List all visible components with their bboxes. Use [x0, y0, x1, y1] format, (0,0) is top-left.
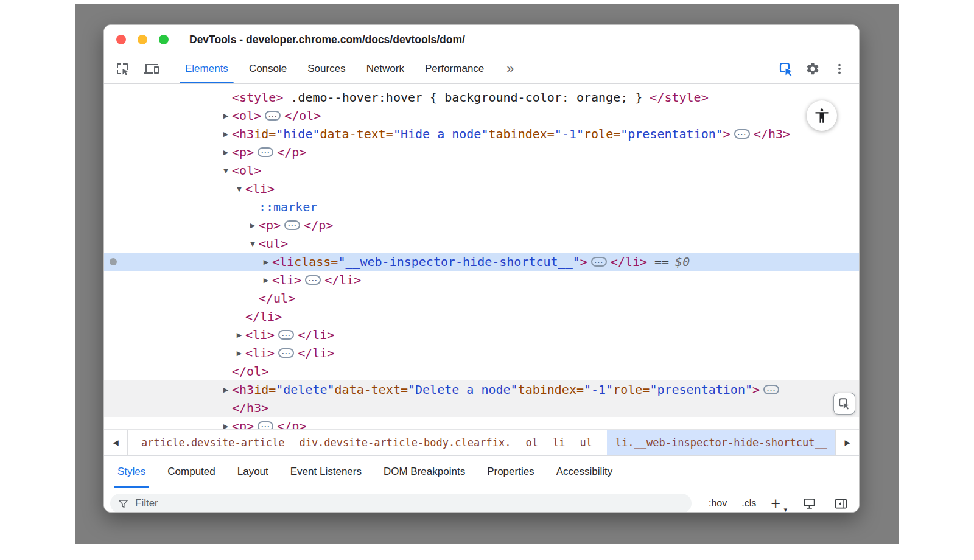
dom-tree-row[interactable]: </ul> — [104, 289, 859, 307]
expand-arrow-icon[interactable]: ▶ — [247, 222, 259, 229]
expand-arrow-icon[interactable]: ▶ — [220, 422, 232, 430]
minimize-window-button[interactable] — [138, 35, 147, 44]
expand-inline-icon[interactable]: … — [258, 147, 273, 157]
breadcrumb-scroll-right-button[interactable]: ▶ — [835, 430, 859, 455]
focus-page-button[interactable] — [777, 60, 794, 77]
kebab-menu-icon[interactable] — [831, 60, 848, 77]
dom-tree-row[interactable]: ▶<p>…</p> — [104, 216, 859, 234]
tab-dom-breakpoints[interactable]: DOM Breakpoints — [373, 456, 476, 488]
chevron-down-icon: ▾ — [783, 506, 787, 513]
tab-properties[interactable]: Properties — [476, 456, 545, 488]
breadcrumb-item-ul[interactable]: ul — [580, 430, 592, 455]
tab-event-listeners[interactable]: Event Listeners — [279, 456, 373, 488]
tab-console[interactable]: Console — [239, 54, 297, 83]
dom-tree-panel: <style> .demo--hover:hover { background-… — [104, 84, 859, 429]
traffic-lights — [116, 35, 169, 44]
focus-page-floating-button[interactable] — [833, 393, 855, 415]
accessibility-icon — [813, 107, 830, 124]
breadcrumb-item-li-web-inspector-hide-shortcut[interactable]: li.__web-inspector-hide-shortcut__ — [607, 430, 835, 455]
attribute: data-text="Delete a node" — [335, 382, 518, 397]
expand-arrow-icon[interactable]: ▶ — [220, 149, 232, 156]
window-titlebar[interactable]: DevTools - developer.chrome.com/docs/dev… — [104, 25, 859, 54]
styles-filter-input[interactable]: Filter — [110, 494, 692, 513]
new-style-rule-button[interactable]: +▾ — [771, 495, 786, 512]
window-title: DevTools - developer.chrome.com/docs/dev… — [189, 33, 465, 46]
devtools-window: DevTools - developer.chrome.com/docs/dev… — [103, 24, 860, 513]
breadcrumb-item-li[interactable]: li — [553, 430, 565, 455]
expand-arrow-icon[interactable]: ▶ — [220, 386, 232, 394]
expand-inline-icon[interactable]: … — [763, 385, 779, 394]
element-classes-button[interactable]: .cls — [741, 498, 756, 509]
tab-accessibility[interactable]: Accessibility — [545, 456, 624, 488]
device-toolbar-icon[interactable] — [143, 60, 160, 77]
dom-tree-row[interactable]: </ol> — [104, 362, 859, 380]
tab-layout[interactable]: Layout — [226, 456, 279, 488]
dom-tree-row[interactable]: ▶<ol>…</ol> — [104, 107, 859, 125]
dom-tree-row[interactable]: <style> .demo--hover:hover { background-… — [104, 88, 859, 107]
devtools-toolbar: ElementsConsoleSourcesNetworkPerformance… — [104, 54, 859, 84]
tab-computed[interactable]: Computed — [156, 456, 226, 488]
expand-inline-icon[interactable]: … — [278, 348, 294, 358]
dom-tree-row[interactable]: </li> — [104, 307, 859, 326]
collapse-arrow-icon[interactable]: ▼ — [220, 167, 232, 175]
attribute: data-text="Hide a node" — [320, 127, 489, 141]
styles-filter-bar: Filter :hov .cls +▾ — [104, 488, 859, 513]
breadcrumb-scroll-left-button[interactable]: ◀ — [104, 430, 128, 455]
expand-arrow-icon[interactable]: ▶ — [233, 331, 245, 339]
tab-sources[interactable]: Sources — [297, 54, 356, 83]
dom-tree-row[interactable]: ::marker — [104, 198, 859, 216]
expand-arrow-icon[interactable]: ▶ — [233, 349, 245, 357]
dom-tree-row[interactable]: ▼<li> — [104, 180, 859, 198]
dom-tree-row[interactable]: ▶<h3 id="delete" data-text="Delete a nod… — [104, 380, 859, 399]
accessibility-button[interactable] — [807, 100, 837, 131]
attribute: tabindex="-1" — [518, 382, 614, 397]
attribute: tabindex="-1" — [488, 127, 584, 141]
tab-styles[interactable]: Styles — [107, 456, 156, 488]
dom-tree-row[interactable]: </h3> — [104, 399, 859, 417]
expand-arrow-icon[interactable]: ▶ — [260, 276, 272, 284]
expand-inline-icon[interactable]: … — [591, 257, 607, 267]
expand-inline-icon[interactable]: … — [284, 220, 300, 230]
expand-inline-icon[interactable]: … — [734, 129, 750, 139]
collapse-arrow-icon[interactable]: ▼ — [247, 240, 259, 248]
attribute: class="__web-inspector-hide-shortcut__" — [294, 254, 580, 269]
dom-tree-row[interactable]: ▶<li class="__web-inspector-hide-shortcu… — [104, 253, 859, 271]
tab-network[interactable]: Network — [356, 54, 415, 83]
collapse-arrow-icon[interactable]: ▼ — [233, 185, 245, 193]
breadcrumb-item-div-devsite-article-body-clearfix[interactable]: div.devsite-article-body.clearfix. — [299, 430, 511, 455]
expand-arrow-icon[interactable]: ▶ — [220, 130, 232, 138]
rendering-monitor-icon[interactable] — [801, 495, 818, 512]
breadcrumb-item-ol[interactable]: ol — [525, 430, 538, 455]
attribute: id="hide" — [254, 127, 320, 141]
dom-tree-row[interactable]: ▼<ul> — [104, 234, 859, 253]
dom-tree-row[interactable]: ▶<li>…</li> — [104, 326, 859, 344]
tab-performance[interactable]: Performance — [415, 54, 494, 83]
more-tabs-icon[interactable]: » — [503, 62, 517, 75]
dom-tree-row[interactable]: ▼<ol> — [104, 161, 859, 180]
dom-tree-row[interactable]: ▶<li>…</li> — [104, 344, 859, 362]
expand-inline-icon[interactable]: … — [258, 421, 273, 429]
breadcrumb-bar: ◀ article.devsite-articlediv.devsite-art… — [104, 429, 859, 455]
filter-placeholder: Filter — [135, 497, 158, 509]
settings-gear-icon[interactable] — [804, 60, 821, 77]
tab-elements[interactable]: Elements — [175, 54, 239, 83]
inspect-element-icon[interactable] — [114, 60, 131, 77]
attribute: role="presentation" — [613, 382, 752, 397]
dom-tree-row[interactable]: ▶<p>…</p> — [104, 143, 859, 161]
breadcrumb-item-article-devsite-article[interactable]: article.devsite-article — [141, 430, 284, 455]
styles-panel-tab-bar: StylesComputedLayoutEvent ListenersDOM B… — [104, 455, 859, 488]
breadcrumb: article.devsite-articlediv.devsite-artic… — [128, 430, 835, 455]
dom-tree-row[interactable]: ▶<li>…</li> — [104, 271, 859, 289]
attribute: role="presentation" — [584, 127, 723, 141]
zoom-window-button[interactable] — [159, 35, 169, 44]
expand-inline-icon[interactable]: … — [278, 330, 294, 340]
close-window-button[interactable] — [116, 35, 126, 44]
dom-tree-row[interactable]: ▶<p>…</p> — [104, 417, 859, 429]
dom-tree-row[interactable]: ▶<h3 id="hide" data-text="Hide a node" t… — [104, 125, 859, 143]
expand-arrow-icon[interactable]: ▶ — [260, 258, 272, 266]
expand-arrow-icon[interactable]: ▶ — [220, 112, 232, 120]
toggle-element-state-button[interactable]: :hov — [709, 498, 727, 509]
toggle-sidebar-icon[interactable] — [832, 495, 849, 512]
expand-inline-icon[interactable]: … — [265, 111, 281, 121]
expand-inline-icon[interactable]: … — [305, 275, 321, 285]
